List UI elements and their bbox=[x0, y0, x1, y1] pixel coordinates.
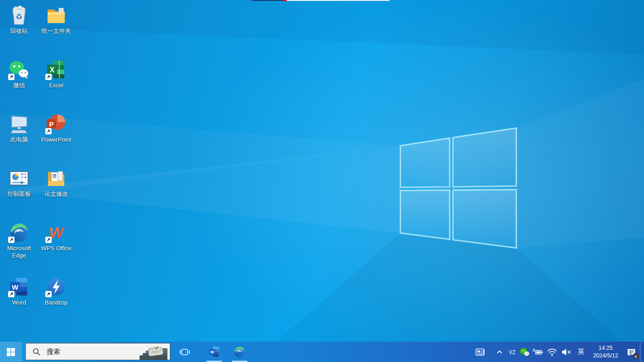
word-taskbar-icon: W bbox=[208, 346, 221, 358]
system-tray: VZ bbox=[471, 342, 644, 362]
recycle-bin-icon: ♻ bbox=[8, 5, 30, 26]
icon-label: Excel bbox=[37, 82, 75, 89]
desktop-icon-bandizip[interactable]: Bandizip bbox=[37, 276, 75, 306]
svg-text:N: N bbox=[53, 175, 56, 178]
icon-label: WPS Office bbox=[37, 245, 75, 252]
tray-wechat-button[interactable] bbox=[518, 342, 531, 362]
shortcut-arrow-icon bbox=[45, 128, 52, 134]
tray-vz-app-button[interactable]: VZ bbox=[506, 342, 518, 362]
shortcut-arrow-icon bbox=[45, 237, 52, 243]
vz-app-icon: VZ bbox=[508, 348, 517, 356]
shortcut-arrow-icon bbox=[8, 74, 14, 80]
svg-text:X: X bbox=[50, 66, 55, 74]
offscreen-window-body-fragment bbox=[287, 0, 389, 1]
folder-icon bbox=[45, 5, 67, 26]
this-pc-icon bbox=[8, 113, 30, 135]
offscreen-window-titlebar-fragment bbox=[252, 0, 284, 1]
desktop-icon-this-pc[interactable]: 此电脑 bbox=[0, 113, 38, 143]
edge-taskbar-icon bbox=[233, 346, 246, 358]
search-highlight-graphic[interactable] bbox=[130, 343, 170, 360]
shortcut-arrow-icon bbox=[8, 291, 14, 297]
news-icon bbox=[475, 347, 485, 357]
action-center-button[interactable]: 6 bbox=[623, 342, 640, 362]
desktop-icon-thesis-edit-folder[interactable]: N 论文修改 bbox=[37, 167, 75, 198]
clock-time: 14:25 bbox=[593, 344, 618, 352]
taskbar-clock[interactable]: 14:25 2024/5/12 bbox=[588, 344, 623, 360]
desktop-icon-microsoft-edge[interactable]: Microsoft Edge bbox=[0, 222, 38, 260]
icon-label: Microsoft Edge bbox=[0, 245, 38, 260]
taskbar: 搜索 W bbox=[0, 342, 644, 362]
svg-text:VZ: VZ bbox=[509, 349, 516, 355]
taskbar-word-button[interactable]: W bbox=[203, 342, 225, 362]
icon-label: Word bbox=[0, 299, 38, 306]
excel-icon: X bbox=[45, 59, 67, 81]
svg-text:♻: ♻ bbox=[15, 12, 22, 21]
svg-text:P: P bbox=[49, 120, 53, 128]
windows-logo bbox=[392, 122, 523, 253]
desktop-icon-word[interactable]: W Word bbox=[0, 276, 38, 306]
ime-language-indicator[interactable]: 英 bbox=[573, 348, 588, 356]
hidden-icons-button[interactable] bbox=[493, 342, 506, 362]
tray-volume-button[interactable] bbox=[559, 342, 573, 362]
desktop-icon-recycle-bin[interactable]: ♻ 回收站 bbox=[0, 5, 38, 35]
battery-charging-icon bbox=[532, 348, 544, 357]
volume-muted-icon bbox=[561, 348, 572, 357]
desktop-icon-unified-folder[interactable]: 统一文件夹 bbox=[37, 5, 75, 35]
wifi-icon bbox=[547, 348, 557, 357]
show-desktop-button[interactable] bbox=[640, 342, 644, 362]
tray-battery-button[interactable] bbox=[531, 342, 545, 362]
desktop-icon-powerpoint[interactable]: P PowerPoint bbox=[37, 113, 75, 143]
start-button[interactable] bbox=[0, 342, 22, 362]
search-placeholder: 搜索 bbox=[47, 348, 60, 356]
control-panel-icon bbox=[8, 167, 30, 189]
news-and-interests-button[interactable] bbox=[471, 342, 489, 362]
search-icon bbox=[33, 348, 40, 356]
offscreen-window-close-fragment bbox=[284, 0, 287, 1]
edge-icon bbox=[8, 222, 30, 243]
desktop-icon-control-panel[interactable]: 控制面板 bbox=[0, 167, 38, 198]
taskbar-edge-button[interactable] bbox=[229, 342, 250, 362]
wps-icon: W bbox=[45, 222, 67, 243]
wechat-tray-icon bbox=[519, 348, 529, 357]
icon-label: 论文修改 bbox=[37, 191, 75, 198]
desktop-icon-wechat[interactable]: 微信 bbox=[0, 59, 38, 89]
shortcut-arrow-icon bbox=[45, 291, 52, 297]
powerpoint-icon: P bbox=[45, 113, 67, 135]
icon-label: 控制面板 bbox=[0, 191, 38, 198]
icon-label: 此电脑 bbox=[0, 136, 38, 143]
icon-label: 统一文件夹 bbox=[37, 28, 75, 35]
word-icon: W bbox=[8, 276, 30, 298]
shortcut-arrow-icon bbox=[8, 237, 14, 243]
bandizip-icon bbox=[45, 276, 67, 298]
shortcut-arrow-icon bbox=[45, 74, 52, 80]
clock-date: 2024/5/12 bbox=[593, 352, 618, 360]
icon-label: PowerPoint bbox=[37, 136, 75, 143]
windows-start-icon bbox=[7, 348, 15, 356]
svg-text:W: W bbox=[12, 283, 19, 291]
notification-count-badge: 6 bbox=[633, 353, 639, 359]
documents-folder-icon: N bbox=[45, 167, 67, 189]
desktop-icon-wps-office[interactable]: W WPS Office bbox=[37, 222, 75, 252]
svg-text:W: W bbox=[210, 350, 214, 354]
desktop-wallpaper bbox=[0, 0, 644, 362]
chevron-up-icon bbox=[496, 348, 503, 356]
icon-label: 回收站 bbox=[0, 28, 38, 35]
icon-label: 微信 bbox=[0, 82, 38, 89]
tray-wifi-button[interactable] bbox=[545, 342, 559, 362]
task-view-icon bbox=[180, 348, 190, 357]
desktop-icon-excel[interactable]: X Excel bbox=[37, 59, 75, 89]
icon-label: Bandizip bbox=[37, 299, 75, 306]
wechat-icon bbox=[8, 59, 30, 81]
task-view-button[interactable] bbox=[174, 342, 195, 362]
search-input[interactable]: 搜索 bbox=[25, 343, 170, 360]
